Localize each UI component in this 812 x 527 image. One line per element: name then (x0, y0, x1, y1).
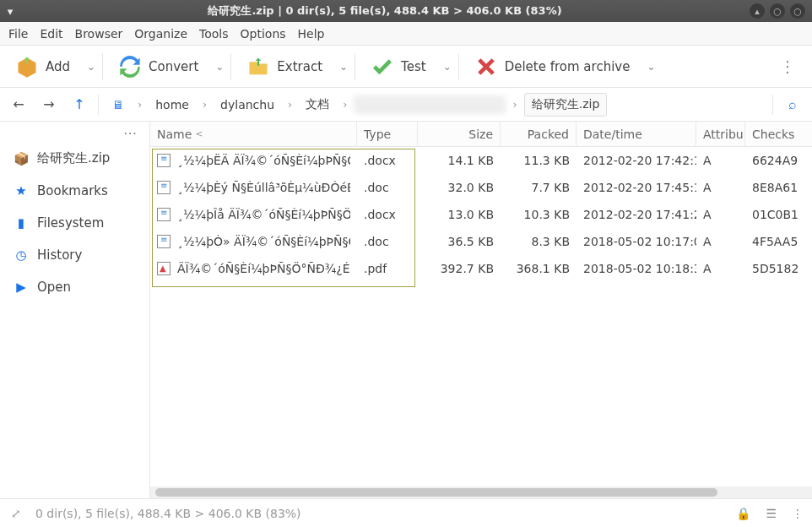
file-size: 36.5 KB (418, 228, 501, 255)
sidebar-overflow[interactable]: ⋯ (0, 125, 149, 142)
file-row[interactable]: ¸½¼þÈý Ñ§Èúllâ³õÈµ¼ùÐÒéÉ.doc32.0 KB7.7 K… (150, 174, 812, 201)
box-add-icon (15, 55, 39, 79)
lock-icon[interactable]: 🔒 (736, 507, 750, 520)
bc-user[interactable]: dylanchu (214, 95, 281, 115)
bc-redacted[interactable] (354, 95, 506, 114)
col-packed[interactable]: Packed (501, 122, 577, 146)
col-name[interactable]: Name< (150, 122, 357, 146)
file-checksum: 01C0B1 (745, 201, 812, 228)
convert-dropdown[interactable]: ⌄ (210, 61, 224, 73)
file-attr: A (696, 255, 745, 282)
file-checksum: 8E8A61 (745, 174, 812, 201)
statusbar: ⤢ 0 dir(s), 5 file(s), 488.4 KB > 406.0 … (0, 498, 812, 527)
add-label: Add (46, 59, 70, 74)
file-size: 13.0 KB (418, 201, 501, 228)
chevron-icon: › (339, 98, 350, 111)
extract-dropdown[interactable]: ⌄ (334, 61, 348, 73)
expand-icon[interactable]: ⤢ (8, 507, 24, 520)
sort-indicator: < (195, 128, 203, 139)
doc-icon (157, 154, 171, 167)
file-date: 2012-02-20 17:41:2 (577, 201, 696, 228)
file-name: ¸½¼þÈý Ñ§Èúllâ³õÈµ¼ùÐÒéÉ (177, 181, 350, 194)
add-button[interactable]: Add (7, 50, 78, 84)
delete-icon (474, 55, 498, 79)
menu-file[interactable]: File (8, 27, 28, 41)
horizontal-scrollbar[interactable] (150, 486, 812, 498)
file-name: ÄÏ¾©´óÑ§Èí¼þÞÑ§Ö°ÑÐ¾¿Éú (177, 262, 350, 275)
menu-tools[interactable]: Tools (199, 27, 229, 41)
delete-dropdown[interactable]: ⌄ (641, 61, 655, 73)
sidebar-item-3[interactable]: ◷History (0, 239, 149, 271)
toolbar-overflow[interactable]: ⋮ (770, 57, 805, 75)
add-dropdown[interactable]: ⌄ (82, 61, 95, 73)
file-packed: 368.1 KB (501, 255, 577, 282)
navbar: ← → ↑ 🖥 › home › dylanchu › 文档 › › 给研究生.… (0, 88, 812, 122)
col-attr[interactable]: Attribu (696, 122, 745, 146)
nav-up[interactable]: ↑ (68, 93, 91, 117)
file-attr: A (696, 228, 745, 255)
convert-label: Convert (149, 59, 198, 74)
menu-organize[interactable]: Organize (134, 27, 187, 41)
sidebar-item-2[interactable]: ▮Filesystem (0, 207, 149, 239)
nav-back[interactable]: ← (7, 93, 30, 117)
convert-icon (118, 55, 142, 79)
app-menu-icon[interactable]: ▾ (0, 5, 20, 18)
col-type[interactable]: Type (357, 122, 418, 146)
sidebar-label: Filesystem (37, 215, 104, 231)
chevron-icon: › (199, 98, 210, 111)
sidebar: ⋯ 📦给研究生.zip★Bookmarks▮Filesystem◷History… (0, 122, 150, 498)
file-date: 2018-05-02 10:17:0 (577, 228, 696, 255)
bc-archive[interactable]: 给研究生.zip (524, 93, 608, 117)
bc-docs[interactable]: 文档 (299, 94, 336, 116)
bc-computer-icon[interactable]: 🖥 (106, 95, 131, 115)
file-checksum: 5D5182 (745, 255, 812, 282)
maximize-button[interactable]: ○ (770, 3, 785, 19)
file-row[interactable]: ¸½¼þËÄ ÄÏ¾©´óÑ§Èí¼þÞÑ§Ö.docx14.1 KB11.3 … (150, 147, 812, 174)
search-icon[interactable]: ⌕ (780, 96, 805, 112)
delete-button[interactable]: Delete from archive (466, 50, 639, 84)
sidebar-label: Bookmarks (37, 183, 108, 198)
file-date: 2012-02-20 17:45:1 (577, 174, 696, 201)
file-packed: 7.7 KB (501, 174, 577, 201)
sidebar-item-0[interactable]: 📦给研究生.zip (0, 142, 149, 175)
file-packed: 10.3 KB (501, 201, 577, 228)
menu-help[interactable]: Help (298, 27, 325, 41)
file-name: ¸½¼þËÄ ÄÏ¾©´óÑ§Èí¼þÞÑ§Ö (177, 154, 350, 167)
sidebar-icon: ★ (14, 183, 29, 198)
file-date: 2018-05-02 10:18:3 (577, 255, 696, 282)
bc-home[interactable]: home (149, 95, 196, 115)
file-row[interactable]: ¸½¼þÎå ÄÏ¾©´óÑ§Èí¼þÞÑ§Ö°.docx13.0 KB10.3… (150, 201, 812, 228)
test-button[interactable]: Test (362, 50, 435, 84)
nav-forward[interactable]: → (37, 93, 61, 117)
file-date: 2012-02-20 17:42:1 (577, 147, 696, 174)
chevron-icon: › (134, 98, 145, 111)
test-dropdown[interactable]: ⌄ (438, 61, 452, 73)
column-headers: Name< Type Size Packed Date/time Attribu… (150, 122, 812, 147)
menu-options[interactable]: Options (241, 27, 286, 41)
col-checksum[interactable]: Checks (745, 122, 812, 146)
menu-browser[interactable]: Browser (75, 27, 123, 41)
status-overflow[interactable]: ⋮ (792, 507, 804, 520)
doc-icon (157, 181, 171, 194)
close-button[interactable]: ○ (790, 3, 805, 19)
col-date[interactable]: Date/time (577, 122, 696, 146)
file-size: 32.0 KB (418, 174, 501, 201)
menu-edit[interactable]: Edit (40, 27, 62, 41)
file-row[interactable]: ¸½¼þÒ» ÄÏ¾©´óÑ§Èí¼þÞÑ§Ö.doc36.5 KB8.3 KB… (150, 228, 812, 255)
file-ext: .doc (357, 228, 418, 255)
titlebar: ▾ 给研究生.zip | 0 dir(s), 5 file(s), 488.4 … (0, 0, 812, 22)
convert-button[interactable]: Convert (110, 50, 207, 84)
minimize-button[interactable]: ▴ (750, 3, 765, 19)
col-size[interactable]: Size (418, 122, 501, 146)
extract-label: Extract (277, 59, 322, 74)
sidebar-icon: ◷ (14, 247, 29, 263)
sidebar-item-1[interactable]: ★Bookmarks (0, 175, 149, 207)
file-attr: A (696, 147, 745, 174)
file-row[interactable]: ÄÏ¾©´óÑ§Èí¼þÞÑ§Ö°ÑÐ¾¿Éú.pdf392.7 KB368.1… (150, 255, 812, 282)
file-name: ¸½¼þÒ» ÄÏ¾©´óÑ§Èí¼þÞÑ§Ö (177, 235, 350, 248)
view-details-icon[interactable]: ☰ (766, 507, 777, 520)
extract-button[interactable]: Extract (238, 50, 331, 84)
breadcrumb: 🖥 › home › dylanchu › 文档 › › 给研究生.zip (106, 93, 766, 117)
sidebar-label: History (37, 247, 82, 263)
sidebar-item-4[interactable]: ▶Open (0, 271, 149, 303)
